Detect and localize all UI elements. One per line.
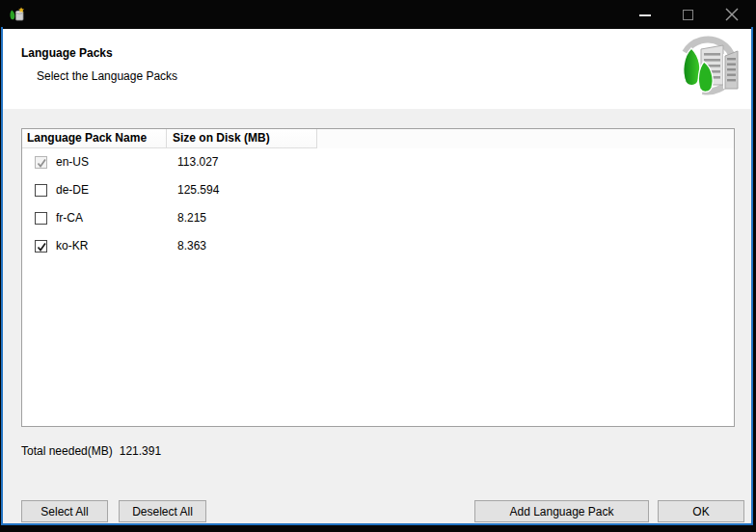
dialog-content: Language Packs Select the Language Packs [3, 29, 751, 523]
row-checkbox[interactable] [35, 212, 47, 225]
row-checkbox[interactable] [35, 240, 47, 253]
row-name: ko-KR [56, 239, 88, 253]
table-row[interactable]: de-DE 125.594 [22, 176, 734, 204]
table-row[interactable]: ko-KR 8.363 [22, 232, 734, 260]
close-button[interactable] [725, 8, 739, 21]
select-all-button[interactable]: Select All [21, 500, 108, 522]
total-needed: Total needed(MB)121.391 [21, 444, 161, 458]
checkmark-icon [36, 241, 48, 253]
table-header-row: Language Pack Name Size on Disk (MB) [22, 129, 734, 148]
row-name: fr-CA [56, 211, 83, 225]
window-border-right [751, 27, 753, 525]
ok-button[interactable]: OK [658, 500, 744, 522]
row-name: en-US [56, 155, 89, 169]
table-row[interactable]: en-US 113.027 [22, 148, 734, 176]
window-border-bottom [1, 523, 753, 525]
titlebar [0, 0, 756, 29]
row-name: de-DE [56, 183, 89, 197]
header-band: Language Packs Select the Language Packs [3, 29, 751, 109]
table-row[interactable]: fr-CA 8.215 [22, 204, 734, 232]
minimize-button[interactable] [639, 14, 651, 16]
maximize-button[interactable] [683, 10, 693, 20]
page-subtitle: Select the Language Packs [37, 69, 177, 83]
row-size: 125.594 [177, 183, 219, 197]
deselect-all-button[interactable]: Deselect All [119, 500, 206, 522]
language-packs-logo-icon [672, 35, 743, 102]
table-rows: en-US 113.027 de-DE 125.594 fr-CA 8.215 … [22, 148, 734, 260]
language-packs-window: Language Packs Select the Language Packs [0, 0, 756, 532]
add-language-pack-button[interactable]: Add Language Pack [474, 500, 649, 522]
row-size: 8.215 [177, 211, 206, 225]
app-icon [9, 7, 25, 23]
checkmark-icon [36, 157, 48, 170]
row-size: 8.363 [177, 239, 206, 253]
column-header-filler [317, 129, 734, 148]
column-header-language-pack-name[interactable]: Language Pack Name [22, 129, 167, 148]
total-needed-label: Total needed(MB) [21, 444, 113, 458]
language-pack-table: Language Pack Name Size on Disk (MB) en-… [21, 128, 735, 427]
row-size: 113.027 [177, 155, 219, 169]
column-header-size-on-disk[interactable]: Size on Disk (MB) [167, 129, 317, 148]
page-title: Language Packs [21, 46, 113, 60]
total-needed-value: 121.391 [120, 444, 161, 458]
row-checkbox[interactable] [35, 156, 47, 169]
row-checkbox[interactable] [35, 184, 47, 197]
